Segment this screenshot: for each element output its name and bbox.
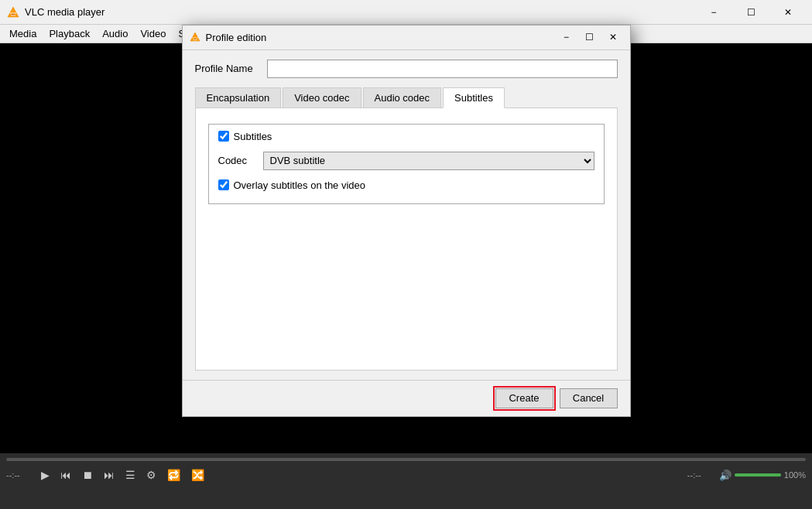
profile-name-row: Profile Name [195, 60, 618, 78]
tab-audio-codec[interactable]: Audio codec [363, 87, 442, 108]
subtitles-enable-label[interactable]: Subtitles [218, 131, 272, 142]
profile-name-input[interactable] [267, 60, 618, 78]
extended-button[interactable]: ⚙ [143, 467, 159, 483]
restore-button[interactable]: ☐ [733, 0, 769, 25]
overlay-row: Overlay subtitles on the video [218, 179, 594, 191]
window-controls: − ☐ ✕ [696, 0, 806, 25]
dialog-minimize-button[interactable]: − [556, 29, 577, 46]
toggle-playlist-button[interactable]: ☰ [122, 467, 139, 483]
vlc-app-icon [6, 5, 20, 19]
dialog-title: Profile edition [206, 32, 556, 43]
tab-encapsulation[interactable]: Encapsulation [195, 87, 282, 108]
menu-video[interactable]: Video [134, 26, 172, 41]
menu-audio[interactable]: Audio [96, 26, 134, 41]
tabs-row: Encapsulation Video codec Audio codec Su… [195, 87, 618, 108]
time-right: --:-- [687, 470, 714, 480]
create-button[interactable]: Create [495, 388, 553, 408]
repeat-button[interactable]: 🔁 [164, 467, 183, 483]
profile-name-label: Profile Name [195, 63, 261, 74]
minimize-button[interactable]: − [696, 0, 731, 25]
tab-content-subtitles: Subtitles Codec DVB subtitle [195, 108, 618, 371]
dialog-footer: Create Cancel [183, 380, 630, 416]
volume-icon: 🔊 [719, 470, 731, 481]
tab-video-codec[interactable]: Video codec [283, 87, 361, 108]
volume-bar[interactable] [735, 473, 781, 477]
volume-area: 🔊 100% [719, 470, 806, 481]
volume-label: 100% [784, 470, 806, 480]
dialog-restore-button[interactable]: ☐ [579, 29, 601, 46]
app-title: VLC media player [25, 6, 696, 18]
vlc-titlebar: VLC media player − ☐ ✕ [0, 0, 812, 25]
profile-edition-dialog: Profile edition − ☐ ✕ Profile Name Encap… [182, 25, 631, 417]
codec-label: Codec [218, 155, 257, 166]
codec-select[interactable]: DVB subtitle [263, 152, 594, 170]
cancel-button[interactable]: Cancel [560, 388, 618, 408]
subtitles-legend: Subtitles [218, 131, 594, 142]
vlc-controls: --:-- ▶ ⏮ ⏹ ⏭ ☰ ⚙ 🔁 🔀 --:-- 🔊 100% [0, 464, 812, 486]
dialog-vlc-icon [189, 31, 201, 43]
dialog-close-button[interactable]: ✕ [602, 29, 624, 46]
dialog-overlay: Profile edition − ☐ ✕ Profile Name Encap… [0, 43, 812, 398]
subtitles-group: Subtitles Codec DVB subtitle [208, 124, 605, 204]
next-button[interactable]: ⏭ [101, 467, 118, 483]
subtitles-label-text: Subtitles [234, 131, 272, 142]
close-button[interactable]: ✕ [770, 0, 806, 25]
overlay-label-text: Overlay subtitles on the video [234, 179, 366, 191]
shuffle-button[interactable]: 🔀 [188, 467, 207, 483]
dialog-titlebar: Profile edition − ☐ ✕ [183, 26, 630, 50]
volume-fill [735, 473, 781, 477]
stop-button[interactable]: ⏹ [79, 467, 96, 483]
time-left: --:-- [6, 470, 33, 480]
menu-playback[interactable]: Playback [43, 26, 96, 41]
vlc-main-area: Profile edition − ☐ ✕ Profile Name Encap… [0, 43, 812, 453]
overlay-checkbox[interactable] [218, 179, 229, 190]
subtitles-checkbox[interactable] [218, 131, 229, 142]
dialog-window-controls: − ☐ ✕ [556, 29, 624, 46]
menu-media[interactable]: Media [3, 26, 43, 41]
dialog-body: Profile Name Encapsulation Video codec A… [183, 50, 630, 380]
seek-bar[interactable] [6, 458, 806, 461]
codec-row: Codec DVB subtitle [218, 152, 594, 170]
prev-button[interactable]: ⏮ [57, 467, 74, 483]
vlc-bottombar: --:-- ▶ ⏮ ⏹ ⏭ ☰ ⚙ 🔁 🔀 --:-- 🔊 100% [0, 453, 812, 509]
play-button[interactable]: ▶ [38, 467, 53, 483]
overlay-label[interactable]: Overlay subtitles on the video [218, 179, 366, 191]
tab-subtitles[interactable]: Subtitles [443, 87, 505, 108]
